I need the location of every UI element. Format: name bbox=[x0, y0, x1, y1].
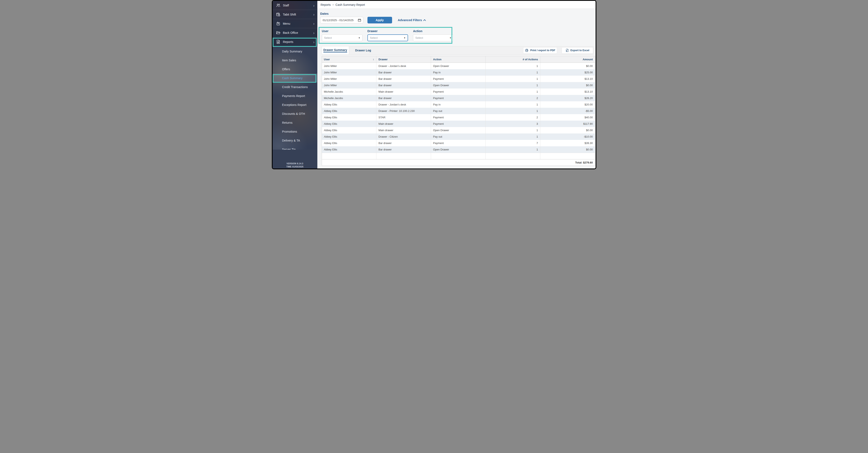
advanced-filters-toggle[interactable]: Advanced Filters bbox=[398, 19, 426, 22]
action-select[interactable]: Select▼ bbox=[413, 34, 454, 41]
cell-amount: $13.10 bbox=[540, 76, 595, 82]
tab-drawer-log[interactable]: Drawer Log bbox=[349, 47, 377, 54]
apply-button[interactable]: Apply bbox=[367, 17, 392, 23]
sidebar-footer: VERSION 8.14.3 TIME 01/03/2025 bbox=[273, 150, 317, 168]
print-export-pdf-button[interactable]: Print / export to PDF bbox=[523, 47, 557, 54]
column-header-drawer[interactable]: Drawer bbox=[376, 56, 431, 63]
user-select[interactable]: Select▼ bbox=[322, 34, 363, 41]
sidebar-item-discounts-oth[interactable]: Discounts & OTH bbox=[273, 109, 317, 118]
app-window: Staff›Tabit Shift›Menu›Back Office›Repor… bbox=[272, 0, 596, 169]
calendar-icon[interactable] bbox=[358, 19, 361, 22]
sidebar-item-label: Tabit Shift bbox=[283, 13, 311, 16]
table-total-row: Total: $279.60 bbox=[322, 159, 595, 166]
cell-drawer: Drawer - Jordan’s desk bbox=[376, 63, 431, 69]
table-row: John MillerDrawer - Jordan’s deskOpen Dr… bbox=[322, 63, 595, 69]
empty-cell bbox=[486, 153, 540, 159]
drawer-select[interactable]: Select▼ bbox=[367, 34, 408, 41]
version-text: VERSION 8.14.3 bbox=[273, 163, 317, 165]
cell-amount: $39.30 bbox=[540, 140, 595, 146]
column-header-user[interactable]: User↑ bbox=[322, 56, 377, 63]
table-row: Abbey EllisSTARPayment2$40.00 bbox=[322, 114, 595, 121]
cell-amount: $117.90 bbox=[540, 121, 595, 127]
cell-of-actions: 1 bbox=[486, 146, 540, 153]
sidebar-item-returns[interactable]: Returns bbox=[273, 118, 317, 127]
table-row: John MillerBar drawerOpen Drawer1$0.00 bbox=[322, 82, 595, 88]
date-range-value: 01/12/2025 - 01/14/2025 bbox=[323, 19, 358, 22]
filter-label-action: Action bbox=[413, 29, 454, 33]
total-amount: Total: $279.60 bbox=[575, 161, 593, 164]
table-row: John MillerBar drawerPay in1$25.00 bbox=[322, 69, 595, 76]
cell-of-actions: 2 bbox=[486, 114, 540, 121]
sidebar-item-credit-transactions[interactable]: Credit Transactions bbox=[273, 83, 317, 91]
dates-row: 01/12/2025 - 01/14/2025 Apply Advanced F… bbox=[320, 17, 593, 23]
table-row: Michelle JacobsMain drawerPayment1$13.10 bbox=[322, 88, 595, 95]
cell-drawer: Bar drawer bbox=[376, 76, 431, 82]
sidebar-item-tabit-shift[interactable]: Tabit Shift› bbox=[273, 10, 317, 19]
column-header-amount[interactable]: Amount bbox=[540, 56, 595, 63]
sidebar-item-label: Staff bbox=[283, 4, 311, 7]
sidebar-item-reports[interactable]: Reports› bbox=[273, 37, 317, 47]
sidebar-item-daily-summary[interactable]: Daily Summary bbox=[273, 47, 317, 56]
sidebar-main-nav: Staff›Tabit Shift›Menu›Back Office›Repor… bbox=[273, 1, 317, 47]
sidebar-item-item-sales[interactable]: Item Sales bbox=[273, 56, 317, 65]
tab-drawer-summary[interactable]: Drawer Summary bbox=[322, 47, 349, 54]
column-header-of-actions[interactable]: # of Actions bbox=[486, 56, 540, 63]
cell-action: Open Drawer bbox=[431, 82, 486, 88]
column-header-label: Amount bbox=[583, 58, 593, 61]
table-header-row: User↑DrawerAction# of ActionsAmount bbox=[322, 56, 595, 63]
cell-of-actions: 1 bbox=[486, 101, 540, 108]
excel-file-icon: XLS bbox=[565, 49, 569, 52]
empty-cell bbox=[376, 153, 431, 159]
cell-user: Abbey Ellis bbox=[322, 134, 377, 140]
cell-amount: $20.00 bbox=[540, 101, 595, 108]
cell-action: Pay in bbox=[431, 69, 486, 76]
cell-of-actions: 3 bbox=[486, 121, 540, 127]
export-excel-button[interactable]: XLS Export to Excel bbox=[562, 47, 593, 54]
cell-of-actions: 1 bbox=[486, 108, 540, 114]
empty-cell bbox=[431, 153, 486, 159]
cell-drawer: Bar drawer bbox=[376, 140, 431, 146]
cell-drawer: Bar drawer bbox=[376, 146, 431, 153]
sidebar-item-offers[interactable]: Offers bbox=[273, 65, 317, 74]
chevron-up-icon bbox=[423, 19, 426, 21]
cell-amount: $40.00 bbox=[540, 114, 595, 121]
chevron-right-icon: › bbox=[313, 12, 314, 17]
column-header-label: Action bbox=[433, 58, 441, 61]
cell-of-actions: 1 bbox=[486, 76, 540, 82]
cell-amount: -$5.00 bbox=[540, 108, 595, 114]
cell-user: Abbey Ellis bbox=[322, 114, 377, 121]
cell-drawer: Bar drawer bbox=[376, 69, 431, 76]
sidebar-item-staff[interactable]: Staff› bbox=[273, 1, 317, 10]
menu-book-icon bbox=[276, 21, 280, 26]
select-placeholder: Select bbox=[324, 36, 358, 39]
cell-of-actions: 1 bbox=[486, 69, 540, 76]
cell-user: Abbey Ellis bbox=[322, 140, 377, 146]
sidebar-item-menu[interactable]: Menu› bbox=[273, 19, 317, 28]
printer-icon bbox=[525, 49, 529, 52]
sidebar-item-exceptions-report[interactable]: Exceptions Report bbox=[273, 100, 317, 109]
sidebar-item-back-office[interactable]: Back Office› bbox=[273, 28, 317, 37]
cell-amount: $26.20 bbox=[540, 95, 595, 101]
cell-user: John Miller bbox=[322, 69, 377, 76]
date-range-input[interactable]: 01/12/2025 - 01/14/2025 bbox=[320, 17, 363, 23]
cell-action: Payment bbox=[431, 140, 486, 146]
sidebar-item-cash-summary[interactable]: Cash Summary bbox=[273, 74, 317, 83]
folder-icon bbox=[276, 30, 280, 35]
breadcrumb: Reports › Cash Summary Report bbox=[317, 1, 596, 9]
column-header-action[interactable]: Action bbox=[431, 56, 486, 63]
cell-of-actions: 1 bbox=[486, 134, 540, 140]
sidebar-item-label: Menu bbox=[283, 22, 311, 25]
cell-of-actions: 7 bbox=[486, 140, 540, 146]
sidebar-item-promotions[interactable]: Promotions bbox=[273, 127, 317, 136]
sidebar-reports-subnav: Daily SummaryItem SalesOffersCash Summar… bbox=[273, 47, 317, 154]
cell-drawer: Drawer - Printer: 10.100.2.230 bbox=[376, 108, 431, 114]
sidebar-item-payments-report[interactable]: Payments Report bbox=[273, 91, 317, 100]
table-row: John MillerBar drawerPayment1$13.10 bbox=[322, 76, 595, 82]
filter-label-user: User bbox=[322, 29, 363, 33]
select-placeholder: Select bbox=[415, 36, 450, 39]
breadcrumb-reports[interactable]: Reports bbox=[321, 3, 331, 6]
cell-user: John Miller bbox=[322, 76, 377, 82]
sidebar-item-delivery-ta[interactable]: Delivery & TA bbox=[273, 136, 317, 145]
cell-action: Payment bbox=[431, 76, 486, 82]
svg-text:XLS: XLS bbox=[566, 50, 567, 51]
